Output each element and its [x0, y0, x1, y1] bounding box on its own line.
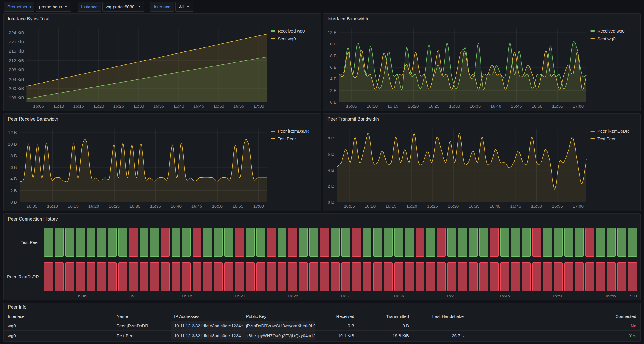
- column-header-name[interactable]: Name: [113, 311, 171, 321]
- chart-svg: 16:0516:1016:1516:2016:2516:3016:3516:40…: [6, 125, 268, 210]
- legend-item-sent-wg0[interactable]: Sent wg0: [271, 36, 318, 41]
- state-cell-disconnected: [182, 262, 191, 291]
- column-header-interface[interactable]: Interface: [4, 311, 113, 321]
- x-axis-label: 16:40: [171, 204, 182, 209]
- state-cell-disconnected: [363, 262, 371, 291]
- state-cell-disconnected: [352, 262, 361, 291]
- state-cell-connected: [172, 228, 180, 257]
- timeline-rows: Test PeerPeer jRzmDsDR: [4, 228, 637, 291]
- panel-body: 16:0516:1016:1516:2016:2516:3016:3516:40…: [4, 125, 321, 211]
- state-cell-connected: [331, 228, 340, 257]
- x-axis-label: 17:00: [253, 104, 264, 108]
- x-axis-label: 16:40: [490, 104, 501, 108]
- timeline-axis-label: 16:56: [605, 293, 616, 298]
- state-cell-disconnected: [246, 262, 255, 291]
- state-cell-disconnected: [511, 262, 520, 291]
- cell-name: Peer jRzmDsDR: [113, 321, 171, 330]
- state-cell-disconnected: [161, 262, 170, 291]
- time-series-chart[interactable]: 16:0516:1016:1516:2016:2516:3016:3516:40…: [6, 24, 268, 110]
- var-interface-value: All: [179, 4, 184, 9]
- panel-peer-transmit-bandwidth: Peer Transmit Bandwidth 16:0516:1016:151…: [323, 113, 641, 211]
- timeline-axis-label: 16:26: [287, 293, 298, 298]
- time-series-chart[interactable]: 16:0516:1016:1516:2016:2516:3016:3516:40…: [6, 125, 268, 210]
- x-axis-label: 16:25: [113, 104, 124, 108]
- cell-connected: Yes: [467, 331, 640, 340]
- legend-item-peer-jrzmdsdr[interactable]: Peer jRzmDsDR: [271, 129, 318, 133]
- y-axis-label: 4 B: [328, 168, 334, 173]
- state-cell-connected: [628, 228, 637, 257]
- var-instance-picker[interactable]: wg-portal:8080: [102, 2, 144, 12]
- state-cell-connected: [150, 228, 159, 257]
- x-axis-label: 16:05: [26, 204, 37, 209]
- state-cell-disconnected: [490, 262, 499, 291]
- panel-title[interactable]: Interface Bandwidth: [327, 16, 368, 22]
- state-cell-disconnected: [490, 228, 499, 257]
- x-axis-label: 16:50: [213, 104, 224, 108]
- x-axis-label: 16:55: [233, 204, 243, 209]
- y-axis-label: 6 B: [328, 152, 334, 156]
- column-header-public-key[interactable]: Public Key: [243, 311, 315, 321]
- chevron-down-icon: [137, 5, 140, 8]
- legend-swatch-icon: [590, 38, 595, 39]
- state-cell-disconnected: [416, 228, 424, 257]
- time-series-chart[interactable]: 16:0516:1016:1516:2016:2516:3016:3516:40…: [326, 125, 588, 210]
- x-axis-label: 16:20: [88, 204, 99, 209]
- state-cell-disconnected: [288, 262, 297, 291]
- legend-item-sent-wg0[interactable]: Sent wg0: [590, 36, 637, 41]
- panel-peer-receive-bandwidth: Peer Receive Bandwidth 16:0516:1016:1516…: [3, 113, 321, 211]
- legend-swatch-icon: [271, 138, 275, 139]
- y-axis-label: 6 B: [330, 65, 337, 70]
- panel-title[interactable]: Peer Connection History: [8, 217, 58, 222]
- panel-body: 16:0516:1016:1516:2016:2516:3016:3516:40…: [323, 24, 640, 111]
- state-cell-disconnected: [384, 262, 393, 291]
- time-series-chart[interactable]: 16:0516:1016:1516:2016:2516:3016:3516:40…: [326, 24, 588, 110]
- state-cell-connected: [596, 228, 605, 257]
- state-cell-disconnected: [522, 262, 531, 291]
- state-cell-disconnected: [235, 228, 244, 257]
- legend-label: Received wg0: [597, 28, 624, 33]
- timeline-axis-label: 16:36: [393, 293, 404, 298]
- x-axis-label: 16:40: [489, 204, 500, 209]
- legend-item-test-peer[interactable]: Test Peer: [590, 136, 637, 141]
- state-cell-disconnected: [203, 262, 212, 291]
- state-cell-connected: [108, 228, 117, 257]
- column-header-transmitted[interactable]: Transmitted: [358, 311, 412, 321]
- var-datasource-picker[interactable]: prometheus: [36, 2, 71, 12]
- legend-item-peer-jrzmdsdr[interactable]: Peer jRzmDsDR: [590, 129, 637, 133]
- panel-title[interactable]: Interface Bytes Total: [8, 16, 49, 22]
- chart-legend: Peer jRzmDsDRTest Peer: [588, 125, 639, 210]
- column-header-received[interactable]: Received: [315, 311, 358, 321]
- panel-title[interactable]: Peer Transmit Bandwidth: [327, 116, 379, 122]
- y-axis-label: 2 B: [330, 88, 337, 93]
- y-axis-label: 8 B: [328, 135, 334, 140]
- state-cell-connected: [458, 228, 467, 257]
- legend-item-received-wg0[interactable]: Received wg0: [271, 28, 318, 33]
- timeline-axis-label: 16:46: [499, 293, 510, 298]
- column-header-last-handshake[interactable]: Last Handshake: [412, 311, 467, 321]
- panel-title[interactable]: Peer Receive Bandwidth: [8, 116, 58, 122]
- var-instance-label: Instance: [78, 2, 101, 12]
- var-interface-picker[interactable]: All: [175, 2, 193, 12]
- legend-item-received-wg0[interactable]: Received wg0: [590, 28, 637, 33]
- legend-swatch-icon: [271, 38, 275, 39]
- chart-legend: Received wg0Sent wg0: [588, 24, 639, 110]
- state-cell-disconnected: [235, 262, 244, 291]
- x-axis-label: 16:15: [386, 204, 397, 209]
- x-axis-label: 16:35: [470, 104, 481, 108]
- panel-title[interactable]: Peer Info: [8, 305, 26, 310]
- series-area-sent-wg0: [26, 34, 267, 102]
- cell-ip-addresses: 10.11.12.2/32,fdfd:d3ad:c0de:1234::1/128: [171, 321, 243, 330]
- legend-item-test-peer[interactable]: Test Peer: [271, 136, 318, 141]
- state-cell-connected: [97, 228, 106, 257]
- column-header-ip-addresses[interactable]: IP Addresses: [171, 311, 243, 321]
- panel-interface-bytes-total: Interface Bytes Total 16:0516:1016:1516:…: [3, 13, 321, 111]
- state-cell-disconnected: [585, 228, 594, 257]
- state-cell-disconnected: [150, 262, 159, 291]
- state-cell-connected: [363, 228, 371, 257]
- column-header-connected[interactable]: Connected: [467, 311, 640, 321]
- state-cell-connected: [522, 228, 531, 257]
- x-axis-label: 16:10: [365, 204, 376, 209]
- variables-toolbar: Prometheus prometheus Instance wg-portal…: [0, 0, 644, 13]
- x-axis-label: 16:05: [346, 104, 357, 108]
- state-cell-disconnected: [76, 262, 85, 291]
